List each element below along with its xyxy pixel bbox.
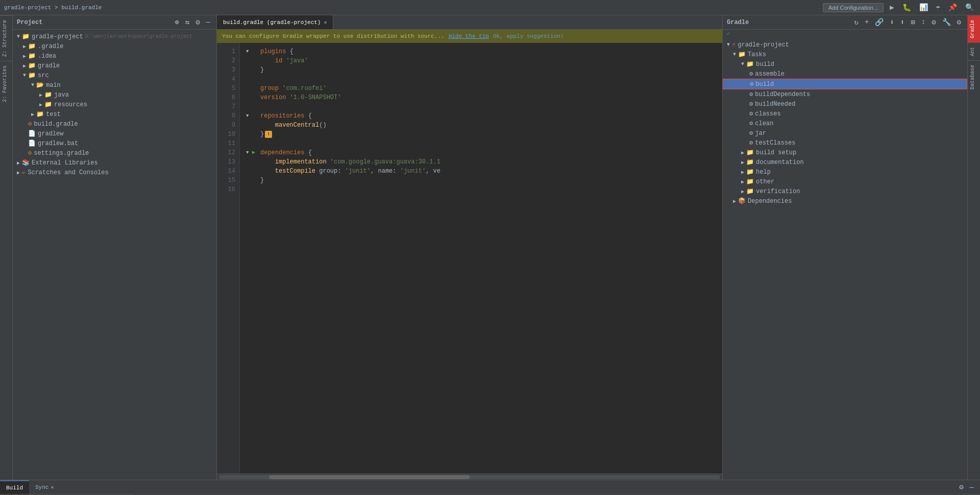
locate-icon[interactable]: ⊕ bbox=[173, 17, 181, 28]
profile-icon[interactable]: 📊 bbox=[917, 2, 930, 13]
tree-item-label: src bbox=[38, 72, 49, 79]
tree-item-gradle-dir[interactable]: ▶ 📁 gradle bbox=[13, 61, 216, 70]
gradle-dependencies[interactable]: ▶ 📦 Dependencies bbox=[723, 196, 967, 206]
tip-hide-link[interactable]: Hide the tip bbox=[449, 33, 489, 39]
gradle-build-task[interactable]: ⚙ build bbox=[723, 79, 967, 89]
tree-item-main[interactable]: ▼ 📂 main bbox=[13, 80, 216, 90]
sync-tab[interactable]: Sync ✕ bbox=[29, 480, 60, 494]
expand-all-icon[interactable]: ⬇ bbox=[888, 17, 896, 28]
gradle-item-label: build bbox=[756, 61, 774, 68]
tab-close-icon[interactable]: ✕ bbox=[324, 19, 327, 26]
gradle-root[interactable]: ▼ ⚡ gradle-project bbox=[723, 40, 967, 50]
tree-item-label: resources bbox=[54, 101, 87, 108]
gradle-buildDependents[interactable]: ⚙ buildDependents bbox=[723, 89, 967, 99]
tree-item-resources[interactable]: ▶ 📁 resources bbox=[13, 100, 216, 109]
line-num: 6 bbox=[217, 93, 235, 102]
collapse-all-icon[interactable]: ⬆ bbox=[898, 17, 906, 28]
settings2-icon[interactable]: ⚙ bbox=[929, 17, 938, 28]
refresh-icon[interactable]: ↻ bbox=[852, 17, 861, 28]
close-sidebar-icon[interactable]: — bbox=[204, 17, 212, 28]
gradle-side-tab[interactable]: Gradle bbox=[968, 15, 980, 42]
tree-item-scratches[interactable]: ▶ ✏ Scratches and Consoles bbox=[13, 168, 216, 177]
gradle-buildNeeded[interactable]: ⚙ buildNeeded bbox=[723, 99, 967, 109]
fold-gutter[interactable]: ▼ bbox=[246, 111, 252, 121]
run-gutter-play[interactable]: ▶ bbox=[252, 148, 260, 157]
tree-item-external-libraries[interactable]: ▶ 📚 External Libraries bbox=[13, 158, 216, 168]
favorites-tab[interactable]: 2: Favorites bbox=[0, 61, 12, 106]
horizontal-scrollbar[interactable] bbox=[217, 474, 722, 480]
fold-gutter[interactable]: ▼ bbox=[246, 148, 252, 157]
gradle-testClasses[interactable]: ⚙ testClasses bbox=[723, 138, 967, 148]
tree-item-gradlew[interactable]: ▶ 📄 gradlew bbox=[13, 129, 216, 138]
tree-item-java[interactable]: ▶ 📁 java bbox=[13, 90, 216, 100]
gradle-documentation[interactable]: ▶ 📁 documentation bbox=[723, 157, 967, 167]
tree-root[interactable]: ▼ 📁 gradle-project D:\wenjian\workspace\… bbox=[13, 32, 216, 41]
gradle-tasks[interactable]: ▼ 📁 Tasks bbox=[723, 50, 967, 59]
gradle-clean[interactable]: ⚙ clean bbox=[723, 119, 967, 128]
gradle-other[interactable]: ▶ 📁 other bbox=[723, 177, 967, 186]
tree-item-src[interactable]: ▼ 📁 src bbox=[13, 70, 216, 80]
pin-icon[interactable]: 📌 bbox=[946, 2, 959, 13]
add-configuration-button[interactable]: Add Configuration... bbox=[823, 3, 884, 12]
tip-apply-link[interactable]: Ok, apply suggestion! bbox=[493, 33, 564, 39]
editor-tab-build-gradle[interactable]: build.gradle (gradle-project) ✕ bbox=[217, 15, 333, 29]
expand-arrow: ▼ bbox=[31, 82, 34, 88]
build-tab-label: Build bbox=[6, 485, 23, 491]
bottom-minimize-icon[interactable]: — bbox=[968, 482, 976, 492]
sort-icon[interactable]: ↕ bbox=[919, 17, 927, 28]
bottom-settings-icon[interactable]: ⚙ bbox=[957, 482, 965, 492]
gradle-build-folder[interactable]: ▼ 📁 build bbox=[723, 59, 967, 69]
folder-icon: 📁 bbox=[44, 91, 52, 99]
gradle-classes[interactable]: ⚙ classes bbox=[723, 109, 967, 119]
gradle-file-icon: ⚙ bbox=[28, 149, 32, 157]
database-side-tab[interactable]: Database bbox=[968, 60, 980, 93]
sync-tab-close[interactable]: ✕ bbox=[51, 484, 54, 490]
code-area[interactable]: ▼ plugins { id 'java' } bbox=[240, 43, 722, 474]
expand-arrow: ▶ bbox=[17, 170, 20, 176]
expand-arrow: ▶ bbox=[733, 198, 736, 204]
tree-item-idea[interactable]: ▶ 📁 .idea bbox=[13, 51, 216, 61]
gradle-verification[interactable]: ▶ 📁 verification bbox=[723, 186, 967, 196]
run-icon[interactable]: ▶ bbox=[888, 2, 896, 13]
fold-gutter[interactable]: ▼ bbox=[246, 47, 252, 56]
tree-item-build-gradle[interactable]: ▶ ⚙ build.gradle bbox=[13, 119, 216, 129]
expand-arrow: ▼ bbox=[23, 73, 26, 78]
gradle-jar[interactable]: ⚙ jar bbox=[723, 128, 967, 138]
folder-icon: 📁 bbox=[36, 110, 44, 118]
tree-item-gradlew-bat[interactable]: ▶ 📄 gradlew.bat bbox=[13, 138, 216, 148]
tree-item-label: .gradle bbox=[38, 43, 63, 50]
expand-arrow: ▶ bbox=[23, 63, 26, 69]
tree-item-settings-gradle[interactable]: ▶ ⚙ settings.gradle bbox=[13, 148, 216, 158]
tool-icon[interactable]: 🔧 bbox=[940, 17, 953, 28]
tree-item-label: .idea bbox=[38, 53, 56, 60]
line-num: 10 bbox=[217, 130, 235, 139]
gradle-assemble[interactable]: ⚙ assemble bbox=[723, 69, 967, 79]
build-tab[interactable]: Build bbox=[0, 480, 29, 494]
scrollbar-thumb[interactable] bbox=[269, 475, 470, 479]
gradle-build-setup[interactable]: ▶ 📁 build setup bbox=[723, 148, 967, 157]
group-icon[interactable]: ⊞ bbox=[909, 17, 917, 28]
gradle-help[interactable]: ▶ 📁 help bbox=[723, 167, 967, 177]
tree-item-label: build.gradle bbox=[34, 121, 78, 128]
code-text: }! bbox=[260, 130, 716, 139]
gradle-item-label: gradle-project bbox=[738, 41, 789, 49]
structure-tab[interactable]: Z: Structure bbox=[0, 15, 12, 61]
link-icon[interactable]: 🔗 bbox=[873, 17, 886, 28]
debug-icon[interactable]: 🐛 bbox=[900, 2, 913, 13]
scratch-icon: ✏ bbox=[22, 169, 26, 176]
bottom-panel: Build Sync ✕ ⚙ — ↺ ⬛ 📌 🔍 ✓ gradle-projec… bbox=[0, 480, 980, 495]
gear-icon: ⚙ bbox=[749, 90, 753, 98]
scrollbar-track bbox=[219, 475, 720, 479]
breadcrumb: gradle-project > build.gradle bbox=[4, 5, 102, 11]
code-line-5: group 'com.ruofei' bbox=[246, 84, 716, 93]
main-layout: Z: Structure 2: Favorites Project ⊕ ⇆ ⚙ … bbox=[0, 15, 980, 480]
collapse-icon[interactable]: ⇆ bbox=[183, 17, 191, 28]
tree-item-test[interactable]: ▶ 📁 test bbox=[13, 109, 216, 119]
settings-icon[interactable]: ⚙ bbox=[193, 17, 202, 28]
tree-item-gradle[interactable]: ▶ 📁 .gradle bbox=[13, 41, 216, 51]
gradle-settings-icon[interactable]: ⚙ bbox=[955, 17, 963, 28]
add-icon[interactable]: + bbox=[863, 17, 871, 28]
search-icon[interactable]: 🔍 bbox=[963, 2, 976, 13]
ant-side-tab[interactable]: Ant bbox=[968, 42, 980, 60]
coverage-icon[interactable]: ☂ bbox=[934, 2, 942, 13]
